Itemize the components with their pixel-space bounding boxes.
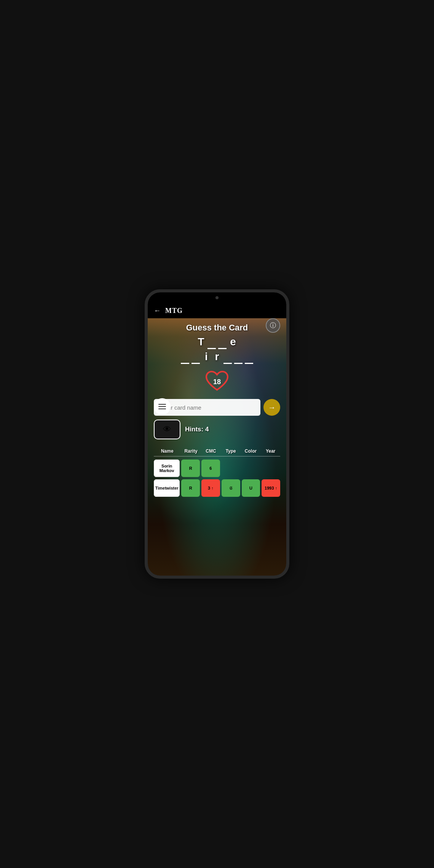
guesses-table: Name Rarity CMC Type Color Year Sorin Ma… (154, 446, 280, 499)
letter-blank-2 (218, 336, 227, 349)
nav-bar: ← MTG (148, 303, 286, 318)
cell-type-2: 𝔖 (222, 479, 240, 497)
col-name: Name (154, 448, 180, 454)
letter-blank-1 (207, 336, 216, 349)
letter-r: r (213, 351, 221, 364)
word-display: T e i r (181, 336, 253, 365)
cell-cmc-1: 6 (201, 460, 220, 477)
hints-label: Hints: 4 (185, 426, 209, 433)
phone-inner: ← MTG ⓘ Guess the Card (148, 292, 286, 576)
cell-color-1 (242, 460, 260, 477)
menu-icon (158, 404, 166, 409)
letter-blank-4 (191, 351, 200, 364)
word-row-2: i r (181, 351, 253, 364)
eye-icon: 👁 (163, 424, 171, 434)
status-bar (148, 292, 286, 303)
app-title: MTG (165, 307, 183, 315)
letter-e: e (229, 336, 237, 349)
game-area: ⓘ Guess the Card T (148, 318, 286, 576)
lives-count: 18 (213, 378, 221, 386)
letter-i: i (202, 351, 211, 364)
page-title: Guess the Card (186, 323, 248, 333)
col-color: Color (241, 448, 260, 454)
cell-cmc-2: 3 ↑ (201, 479, 220, 497)
letter-blank-3 (181, 351, 189, 364)
camera-notch (215, 296, 219, 299)
submit-button[interactable]: → (263, 399, 280, 416)
letter-blank-6 (234, 351, 243, 364)
table-header: Name Rarity CMC Type Color Year (154, 446, 280, 456)
cell-type-1 (222, 460, 240, 477)
phone-frame: ← MTG ⓘ Guess the Card (145, 289, 289, 579)
col-type: Type (221, 448, 240, 454)
submit-icon: → (268, 403, 276, 412)
hints-row: 👁 Hints: 4 (154, 420, 280, 439)
col-cmc: CMC (201, 448, 220, 454)
cell-year-1 (262, 460, 280, 477)
letter-blank-7 (245, 351, 253, 364)
cell-name-1: Sorin Markov (154, 460, 180, 477)
info-button[interactable]: ⓘ (266, 318, 280, 333)
table-row: Sorin Markov R 6 (154, 460, 280, 477)
cell-rarity-1: R (181, 460, 200, 477)
cell-rarity-2: R (181, 479, 200, 497)
cell-year-2: 1993 ↑ (262, 479, 280, 497)
hint-button[interactable]: 👁 (154, 420, 180, 439)
info-icon: ⓘ (270, 322, 276, 330)
letter-T: T (197, 336, 205, 349)
menu-button[interactable] (154, 398, 171, 415)
table-row: Timetwister R 3 ↑ 𝔖 U (154, 479, 280, 497)
cell-color-2: U (242, 479, 260, 497)
col-rarity: Rarity (181, 448, 200, 454)
input-row: → (154, 399, 280, 416)
word-row-1: T e (181, 336, 253, 349)
lives-container: 18 (205, 370, 229, 394)
col-year: Year (261, 448, 280, 454)
letter-blank-5 (223, 351, 232, 364)
cell-name-2: Timetwister (154, 479, 180, 497)
back-button[interactable]: ← (154, 307, 161, 315)
